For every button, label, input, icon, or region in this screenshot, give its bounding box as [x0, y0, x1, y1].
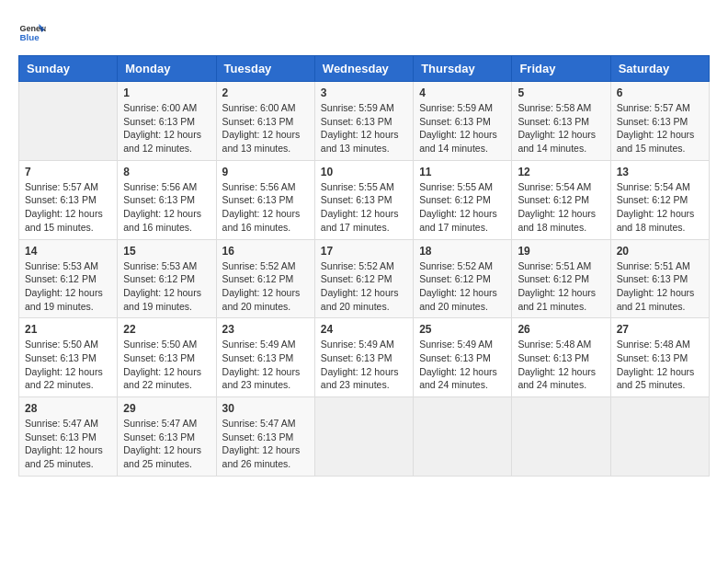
day-info: Sunrise: 5:50 AM Sunset: 6:13 PM Dayligh… — [123, 338, 210, 392]
calendar-body: 1Sunrise: 6:00 AM Sunset: 6:13 PM Daylig… — [19, 82, 710, 477]
calendar-day-header: Sunday — [19, 56, 118, 82]
day-number: 25 — [419, 323, 506, 336]
calendar-cell: 27Sunrise: 5:48 AM Sunset: 6:13 PM Dayli… — [610, 318, 709, 397]
day-info: Sunrise: 5:52 AM Sunset: 6:12 PM Dayligh… — [419, 259, 506, 314]
day-number: 10 — [321, 166, 407, 178]
calendar-cell: 3Sunrise: 5:59 AM Sunset: 6:13 PM Daylig… — [314, 82, 413, 161]
calendar-cell: 28Sunrise: 5:47 AM Sunset: 6:13 PM Dayli… — [19, 397, 118, 477]
day-info: Sunrise: 5:51 AM Sunset: 6:13 PM Dayligh… — [617, 259, 703, 314]
day-info: Sunrise: 6:00 AM Sunset: 6:13 PM Dayligh… — [222, 101, 309, 155]
day-info: Sunrise: 5:56 AM Sunset: 6:13 PM Dayligh… — [123, 180, 210, 235]
calendar-cell: 14Sunrise: 5:53 AM Sunset: 6:12 PM Dayli… — [19, 239, 118, 318]
calendar-cell: 20Sunrise: 5:51 AM Sunset: 6:13 PM Dayli… — [610, 239, 709, 318]
calendar-cell: 6Sunrise: 5:57 AM Sunset: 6:13 PM Daylig… — [610, 82, 709, 161]
calendar-day-header: Saturday — [610, 56, 709, 82]
day-number: 5 — [518, 86, 604, 99]
calendar-cell: 15Sunrise: 5:53 AM Sunset: 6:12 PM Dayli… — [118, 239, 216, 318]
day-number: 12 — [518, 166, 604, 178]
calendar-cell: 9Sunrise: 5:56 AM Sunset: 6:13 PM Daylig… — [216, 160, 314, 239]
calendar-week-row: 14Sunrise: 5:53 AM Sunset: 6:12 PM Dayli… — [19, 239, 710, 318]
calendar-header-row: SundayMondayTuesdayWednesdayThursdayFrid… — [19, 56, 710, 82]
calendar-cell: 5Sunrise: 5:58 AM Sunset: 6:13 PM Daylig… — [512, 82, 610, 161]
day-number: 23 — [222, 323, 309, 336]
calendar-cell: 25Sunrise: 5:49 AM Sunset: 6:13 PM Dayli… — [414, 318, 512, 397]
svg-text:Blue: Blue — [20, 32, 40, 42]
day-number: 16 — [222, 245, 309, 258]
day-number: 14 — [25, 245, 111, 258]
day-number: 4 — [419, 86, 506, 99]
calendar-week-row: 7Sunrise: 5:57 AM Sunset: 6:13 PM Daylig… — [19, 160, 710, 239]
day-number: 21 — [25, 323, 111, 336]
day-info: Sunrise: 5:52 AM Sunset: 6:12 PM Dayligh… — [321, 259, 407, 314]
calendar-day-header: Thursday — [414, 56, 512, 82]
day-info: Sunrise: 5:56 AM Sunset: 6:13 PM Dayligh… — [222, 180, 309, 235]
day-number: 1 — [123, 86, 210, 99]
day-number: 17 — [321, 245, 407, 258]
calendar-day-header: Wednesday — [314, 56, 413, 82]
day-info: Sunrise: 5:57 AM Sunset: 6:13 PM Dayligh… — [25, 180, 111, 235]
day-number: 26 — [518, 323, 604, 336]
page-header: General Blue — [18, 18, 710, 46]
day-info: Sunrise: 5:48 AM Sunset: 6:13 PM Dayligh… — [617, 338, 703, 392]
day-number: 3 — [321, 86, 407, 99]
calendar-cell: 13Sunrise: 5:54 AM Sunset: 6:12 PM Dayli… — [610, 160, 709, 239]
calendar-cell: 24Sunrise: 5:49 AM Sunset: 6:13 PM Dayli… — [314, 318, 413, 397]
day-info: Sunrise: 5:57 AM Sunset: 6:13 PM Dayligh… — [617, 101, 703, 155]
day-info: Sunrise: 5:51 AM Sunset: 6:12 PM Dayligh… — [518, 259, 604, 314]
day-number: 20 — [617, 245, 703, 258]
day-info: Sunrise: 5:54 AM Sunset: 6:12 PM Dayligh… — [518, 180, 604, 235]
day-info: Sunrise: 5:47 AM Sunset: 6:13 PM Dayligh… — [123, 417, 210, 471]
calendar-cell: 17Sunrise: 5:52 AM Sunset: 6:12 PM Dayli… — [314, 239, 413, 318]
calendar-cell: 18Sunrise: 5:52 AM Sunset: 6:12 PM Dayli… — [414, 239, 512, 318]
calendar-week-row: 1Sunrise: 6:00 AM Sunset: 6:13 PM Daylig… — [19, 82, 710, 161]
calendar-day-header: Tuesday — [216, 56, 314, 82]
calendar-cell: 12Sunrise: 5:54 AM Sunset: 6:12 PM Dayli… — [512, 160, 610, 239]
calendar-cell: 30Sunrise: 5:47 AM Sunset: 6:13 PM Dayli… — [216, 397, 314, 477]
day-info: Sunrise: 5:59 AM Sunset: 6:13 PM Dayligh… — [321, 101, 407, 155]
calendar-cell: 11Sunrise: 5:55 AM Sunset: 6:12 PM Dayli… — [414, 160, 512, 239]
calendar-cell: 1Sunrise: 6:00 AM Sunset: 6:13 PM Daylig… — [118, 82, 216, 161]
calendar-cell: 2Sunrise: 6:00 AM Sunset: 6:13 PM Daylig… — [216, 82, 314, 161]
day-info: Sunrise: 5:59 AM Sunset: 6:13 PM Dayligh… — [419, 101, 506, 155]
day-number: 15 — [123, 245, 210, 258]
day-number: 11 — [419, 166, 506, 178]
calendar-week-row: 21Sunrise: 5:50 AM Sunset: 6:13 PM Dayli… — [19, 318, 710, 397]
day-info: Sunrise: 5:55 AM Sunset: 6:12 PM Dayligh… — [419, 180, 506, 235]
day-number: 13 — [617, 166, 703, 178]
day-number: 29 — [123, 402, 210, 415]
logo-icon: General Blue — [18, 18, 46, 46]
day-info: Sunrise: 5:47 AM Sunset: 6:13 PM Dayligh… — [25, 417, 111, 471]
day-info: Sunrise: 5:47 AM Sunset: 6:13 PM Dayligh… — [222, 417, 309, 471]
day-number: 28 — [25, 402, 111, 415]
day-number: 8 — [123, 166, 210, 178]
day-number: 7 — [25, 166, 111, 178]
calendar-cell: 19Sunrise: 5:51 AM Sunset: 6:12 PM Dayli… — [512, 239, 610, 318]
calendar-day-header: Monday — [118, 56, 216, 82]
day-number: 9 — [222, 166, 309, 178]
calendar-cell — [610, 397, 709, 477]
calendar-cell — [314, 397, 413, 477]
calendar-week-row: 28Sunrise: 5:47 AM Sunset: 6:13 PM Dayli… — [19, 397, 710, 477]
day-number: 27 — [617, 323, 703, 336]
day-info: Sunrise: 5:53 AM Sunset: 6:12 PM Dayligh… — [123, 259, 210, 314]
logo: General Blue — [18, 18, 46, 46]
calendar-cell: 10Sunrise: 5:55 AM Sunset: 6:13 PM Dayli… — [314, 160, 413, 239]
day-number: 22 — [123, 323, 210, 336]
calendar-cell: 16Sunrise: 5:52 AM Sunset: 6:12 PM Dayli… — [216, 239, 314, 318]
day-number: 2 — [222, 86, 309, 99]
calendar-cell — [512, 397, 610, 477]
day-info: Sunrise: 5:53 AM Sunset: 6:12 PM Dayligh… — [25, 259, 111, 314]
day-number: 6 — [617, 86, 703, 99]
day-info: Sunrise: 5:49 AM Sunset: 6:13 PM Dayligh… — [321, 338, 407, 392]
calendar-cell: 21Sunrise: 5:50 AM Sunset: 6:13 PM Dayli… — [19, 318, 118, 397]
calendar-cell: 29Sunrise: 5:47 AM Sunset: 6:13 PM Dayli… — [118, 397, 216, 477]
day-info: Sunrise: 5:50 AM Sunset: 6:13 PM Dayligh… — [25, 338, 111, 392]
day-number: 30 — [222, 402, 309, 415]
calendar-cell: 22Sunrise: 5:50 AM Sunset: 6:13 PM Dayli… — [118, 318, 216, 397]
calendar-cell: 23Sunrise: 5:49 AM Sunset: 6:13 PM Dayli… — [216, 318, 314, 397]
day-info: Sunrise: 5:49 AM Sunset: 6:13 PM Dayligh… — [222, 338, 309, 392]
calendar-cell: 26Sunrise: 5:48 AM Sunset: 6:13 PM Dayli… — [512, 318, 610, 397]
calendar-table: SundayMondayTuesdayWednesdayThursdayFrid… — [18, 55, 710, 477]
day-info: Sunrise: 5:49 AM Sunset: 6:13 PM Dayligh… — [419, 338, 506, 392]
day-number: 24 — [321, 323, 407, 336]
